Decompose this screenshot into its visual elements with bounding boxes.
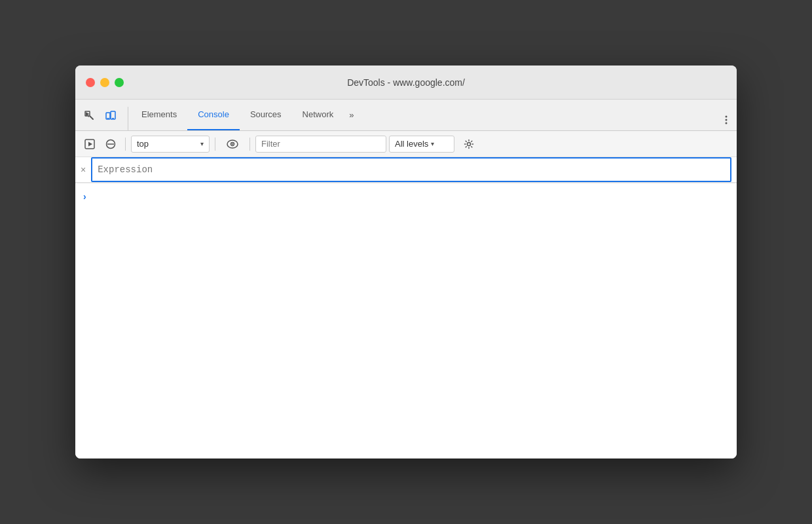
prompt-chevron-icon: › — [83, 191, 86, 202]
console-area: × › — [75, 157, 737, 458]
toolbar-separator-1 — [125, 138, 126, 151]
devtools-window: DevTools - www.google.com/ — [75, 66, 737, 458]
svg-point-7 — [726, 116, 728, 118]
context-arrow-icon: ▾ — [200, 140, 204, 147]
maximize-button[interactable] — [115, 78, 124, 87]
toolbar-separator-2 — [215, 138, 215, 151]
clear-console-button[interactable] — [101, 135, 120, 153]
close-expression-button[interactable]: × — [81, 165, 91, 174]
context-label: top — [137, 139, 198, 149]
inspector-icon-button[interactable] — [81, 107, 99, 125]
console-content: › — [75, 183, 737, 458]
title-bar: DevTools - www.google.com/ — [75, 66, 737, 100]
log-levels-selector[interactable]: All levels ▾ — [389, 136, 454, 153]
window-title: DevTools - www.google.com/ — [347, 77, 465, 88]
close-button[interactable] — [86, 78, 95, 87]
run-script-button[interactable] — [81, 135, 99, 153]
tab-console[interactable]: Console — [187, 100, 240, 130]
toolbar-separator-3 — [249, 138, 250, 151]
svg-point-9 — [726, 122, 728, 124]
svg-point-17 — [468, 142, 471, 145]
filter-input[interactable] — [255, 136, 386, 153]
tab-more-button[interactable]: » — [344, 100, 359, 130]
levels-label: All levels — [395, 139, 428, 149]
tab-left-icons — [81, 107, 128, 130]
device-icon-button[interactable] — [101, 107, 120, 125]
console-toolbar: top ▾ All levels ▾ — [75, 131, 737, 157]
tab-network[interactable]: Network — [292, 100, 344, 130]
svg-point-16 — [232, 143, 233, 145]
window-controls — [86, 78, 124, 87]
watch-expressions-button[interactable] — [223, 135, 242, 153]
tab-bar: Elements Console Sources Network » — [75, 100, 737, 131]
tab-elements[interactable]: Elements — [131, 100, 187, 130]
tab-sources[interactable]: Sources — [240, 100, 292, 130]
svg-line-1 — [90, 117, 94, 120]
svg-point-8 — [726, 119, 728, 121]
context-selector[interactable]: top ▾ — [131, 136, 210, 153]
minimize-button[interactable] — [100, 78, 109, 87]
expression-row: × — [75, 157, 737, 183]
expression-input[interactable] — [91, 157, 731, 182]
devtools-menu-button[interactable] — [721, 115, 731, 130]
console-settings-button[interactable] — [460, 135, 478, 153]
levels-arrow-icon: ▾ — [431, 140, 434, 147]
svg-marker-11 — [88, 141, 92, 146]
console-prompt-row: › — [75, 189, 737, 204]
